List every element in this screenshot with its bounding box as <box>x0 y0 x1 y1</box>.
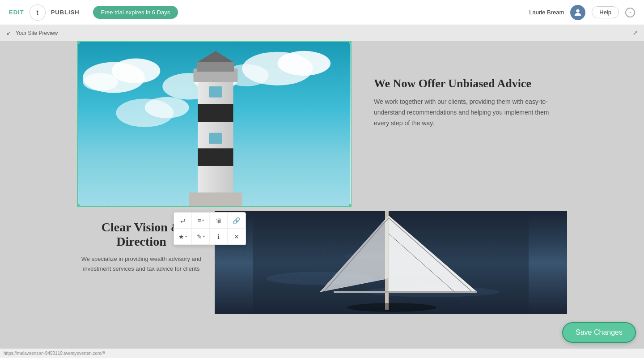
svg-rect-19 <box>209 133 222 144</box>
collapse-icon[interactable]: ↙ <box>6 30 11 36</box>
svg-point-3 <box>112 59 161 83</box>
toolbar-edit-btn[interactable]: ✎ ▾ <box>192 229 210 245</box>
status-url: https://melawrenson-9493119.twentyoverte… <box>4 351 105 356</box>
user-name: Laurie Bream <box>529 9 564 16</box>
star-icon: ★ <box>178 233 184 240</box>
topbar-right: Laurie Bream Help · <box>529 5 635 20</box>
handle-bl[interactable] <box>77 204 80 207</box>
boat-img-inner <box>215 211 567 314</box>
avatar[interactable] <box>570 5 585 20</box>
help-button[interactable]: Help <box>592 6 619 18</box>
boat-svg <box>215 211 567 314</box>
toolbar-link-btn[interactable]: 🔗 <box>228 213 246 229</box>
close-icon: ✕ <box>234 233 239 240</box>
lighthouse-svg <box>78 42 351 206</box>
expand-icon[interactable]: ⤢ <box>633 30 638 36</box>
pencil-icon: ✎ <box>197 233 202 240</box>
align-icon: ≡ <box>197 217 201 224</box>
svg-rect-30 <box>334 291 477 293</box>
swap-icon: ⇄ <box>180 217 186 224</box>
toolbar-star-btn[interactable]: ★ ▾ <box>174 229 192 245</box>
svg-point-11 <box>145 97 189 118</box>
avatar-icon <box>573 8 583 17</box>
section-2: Clear Vision & Direction We specialize i… <box>0 207 644 314</box>
toolbar-close-btn[interactable]: ✕ <box>228 229 246 245</box>
toolbar-delete-btn[interactable]: 🗑 <box>210 213 228 229</box>
lighthouse-image[interactable] <box>77 41 352 207</box>
save-changes-button[interactable]: Save Changes <box>562 322 636 343</box>
lighthouse-img-inner <box>78 42 351 206</box>
preview-text: Your Site Preview <box>16 30 58 36</box>
toolbar-align-btn[interactable]: ≡ ▾ <box>192 213 210 229</box>
chevron-down-icon: ▾ <box>202 218 204 222</box>
handle-tl[interactable] <box>77 41 80 44</box>
chevron-down-icon-3: ▾ <box>203 234 205 239</box>
section-1-body: We work together with our clients, provi… <box>374 97 562 128</box>
topbar: EDIT t PUBLISH Free trial expires in 6 D… <box>0 0 644 25</box>
section-1-heading: We Now Offer Unbiased Advice <box>374 77 562 90</box>
svg-rect-18 <box>209 86 222 98</box>
svg-rect-14 <box>198 148 233 166</box>
link-icon: 🔗 <box>233 217 240 224</box>
handle-tr[interactable] <box>349 41 352 44</box>
svg-point-31 <box>347 303 436 312</box>
section-1: We Now Offer Unbiased Advice We work tog… <box>0 41 644 207</box>
canvas: We Now Offer Unbiased Advice We work tog… <box>0 41 644 358</box>
toolbar-info-btn[interactable]: ℹ <box>210 229 228 245</box>
svg-point-4 <box>83 73 118 91</box>
edit-label[interactable]: EDIT <box>9 9 24 16</box>
info-icon: ℹ <box>217 233 220 240</box>
boat-image[interactable] <box>215 211 567 314</box>
statusbar: https://melawrenson-9493119.twentyoverte… <box>0 348 644 358</box>
logo-button[interactable]: t <box>30 4 46 21</box>
svg-rect-13 <box>198 104 233 122</box>
section-1-text: We Now Offer Unbiased Advice We work tog… <box>374 41 562 128</box>
svg-rect-16 <box>197 62 234 72</box>
section-2-body: We specialize in providing wealth adviso… <box>77 254 206 274</box>
trash-icon: 🗑 <box>216 217 222 224</box>
handle-br[interactable] <box>349 204 352 207</box>
more-options-button[interactable]: · <box>625 8 635 17</box>
svg-point-6 <box>277 51 330 76</box>
toolbar-swap-btn[interactable]: ⇄ <box>174 213 192 229</box>
svg-rect-20 <box>189 192 242 206</box>
chevron-down-icon-2: ▾ <box>185 234 187 239</box>
trial-badge: Free trial expires in 6 Days <box>93 6 178 19</box>
publish-label[interactable]: PUBLISH <box>51 9 80 16</box>
previewbar: ↙ Your Site Preview ⤢ <box>0 25 644 41</box>
image-toolbar: ⇄ ≡ ▾ 🗑 🔗 ★ ▾ ✎ ▾ ℹ ✕ <box>174 212 246 245</box>
svg-point-0 <box>576 9 580 12</box>
